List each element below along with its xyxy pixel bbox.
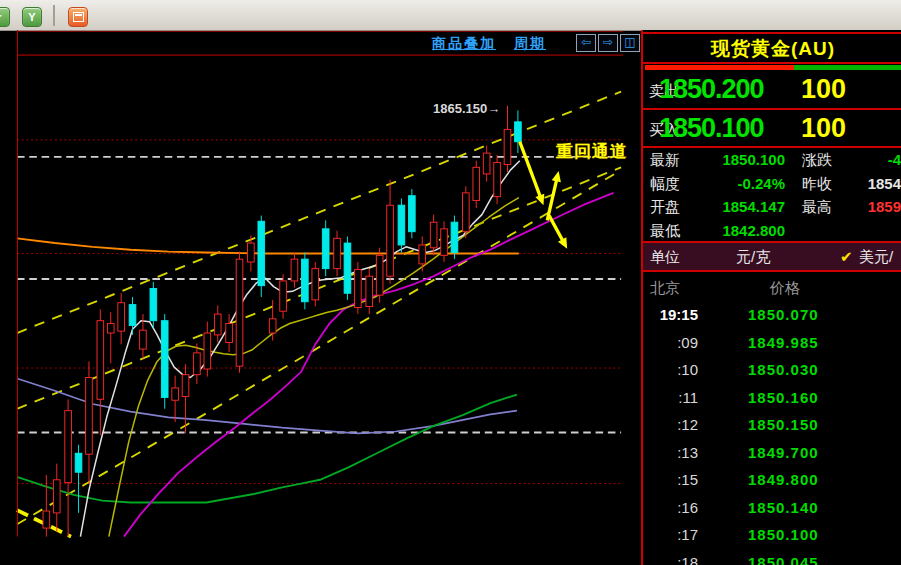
unit-alt-value: 美元/ <box>859 248 893 267</box>
divider <box>643 62 901 64</box>
tick-time: :18 <box>643 554 698 565</box>
divider <box>643 32 901 34</box>
tick-time: :15 <box>643 471 698 488</box>
stat-label: 涨跌 <box>802 151 832 170</box>
unit-label: 单位 <box>650 248 680 267</box>
stat-label: 最新 <box>650 151 680 170</box>
tick-time: :13 <box>643 444 698 461</box>
prev-arrow-button[interactable]: ⇦ <box>576 34 596 52</box>
tick-price: 1850.070 <box>748 306 819 323</box>
divider <box>643 108 901 110</box>
stat-label: 最低 <box>650 222 680 241</box>
stat-value: 1854 <box>868 175 901 192</box>
price-column-header: 价格 <box>770 279 800 298</box>
tick-price: 1849.800 <box>748 471 819 488</box>
app-icon-partial[interactable]: r <box>0 7 10 27</box>
tick-time: :16 <box>643 499 698 516</box>
unit-value: 元/克 <box>736 248 770 267</box>
tick-price: 1849.985 <box>748 334 819 351</box>
buy-price: 1850.100 <box>659 113 764 144</box>
stat-value: -0.24% <box>737 175 785 192</box>
buy-quote-row[interactable]: 买入 1850.100 100 <box>643 111 901 147</box>
divider <box>643 270 901 272</box>
stat-value: -4 <box>888 151 901 168</box>
quote-panel: 现货黄金(AU) 卖出 1850.200 100 买入 1850.100 100… <box>641 30 901 565</box>
y-glyph: Y <box>28 12 35 23</box>
toolbar-separator <box>53 5 55 26</box>
tick-price: 1850.140 <box>748 499 819 516</box>
overlay-link[interactable]: 商品叠加 <box>432 35 496 53</box>
tick-price: 1850.045 <box>748 554 819 565</box>
tick-time: :11 <box>643 389 698 406</box>
tick-price: 1850.030 <box>748 361 819 378</box>
tick-time: :09 <box>643 334 698 351</box>
tick-price: 1850.150 <box>748 416 819 433</box>
sell-price: 1850.200 <box>659 74 764 105</box>
period-link[interactable]: 周期 <box>514 35 546 53</box>
chart-tool-icon[interactable]: Y <box>22 7 42 27</box>
buy-sell-strength-bar <box>645 65 901 70</box>
instrument-title: 现货黄金(AU) <box>643 36 901 62</box>
stat-label: 开盘 <box>650 198 680 217</box>
next-arrow-button[interactable]: ⇨ <box>598 34 618 52</box>
buy-strength <box>794 65 901 70</box>
tick-time: :17 <box>643 526 698 543</box>
stat-value: 1842.800 <box>722 222 785 239</box>
stat-label: 最高 <box>802 198 832 217</box>
split-view-button[interactable]: ◫ <box>620 34 640 52</box>
sell-quote-row[interactable]: 卖出 1850.200 100 <box>643 72 901 108</box>
sell-size: 100 <box>801 74 846 105</box>
tick-price: 1849.700 <box>748 444 819 461</box>
tick-time: :10 <box>643 361 698 378</box>
channel-annotation: 重回通道 <box>556 140 628 163</box>
tick-time: :12 <box>643 416 698 433</box>
buy-size: 100 <box>801 113 846 144</box>
tick-time: 19:15 <box>643 306 698 323</box>
stat-value: 1859 <box>868 198 901 215</box>
tick-price: 1850.100 <box>748 526 819 543</box>
stat-label: 幅度 <box>650 175 680 194</box>
stat-label: 昨收 <box>802 175 832 194</box>
high-price-label: 1865.150→ <box>433 101 500 116</box>
time-column-header: 北京 <box>650 279 680 298</box>
tick-price: 1850.160 <box>748 389 819 406</box>
stat-value: 1854.147 <box>722 198 785 215</box>
window-grid-icon[interactable] <box>68 7 88 27</box>
chart-nav-buttons: ⇦ ⇨ ◫ <box>576 34 640 52</box>
divider <box>643 146 901 148</box>
check-icon: ✔ <box>840 248 853 266</box>
unit-toggle-row[interactable]: 单位 元/克 ✔ 美元/ <box>643 243 901 270</box>
stat-value: 1850.100 <box>722 151 785 168</box>
os-toolbar: r Y <box>0 0 901 31</box>
candlestick-chart[interactable] <box>0 30 640 565</box>
sell-strength <box>645 65 794 70</box>
trading-terminal: r Y 商品叠加 周期 ⇦ ⇨ ◫ 1865.150→ 重回通道 现货黄金(AU… <box>0 0 901 565</box>
